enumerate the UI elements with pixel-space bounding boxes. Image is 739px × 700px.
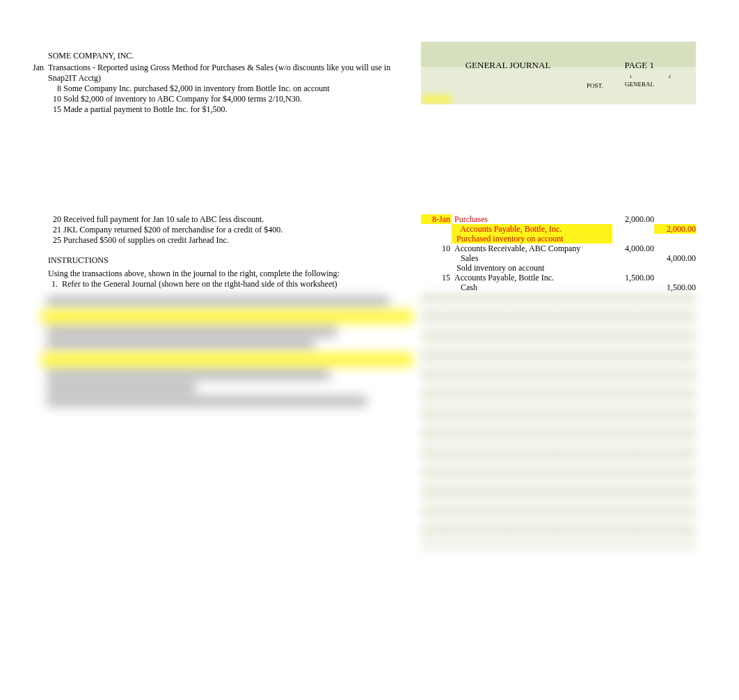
gj-title: GENERAL JOURNAL (421, 60, 595, 71)
journal-desc: Sales (452, 253, 612, 263)
transaction-text: Received full payment for Jan 10 sale to… (63, 214, 419, 225)
transaction-row: 25Purchased $500 of supplies on credit J… (33, 235, 419, 246)
transaction-text: Some Company Inc. purchased $2,000 in in… (63, 83, 419, 94)
journal-row: Cash1,500.00 (421, 283, 696, 292)
journal-credit: 2,000.00 (654, 224, 696, 234)
journal-credit: 1,500.00 (654, 283, 696, 292)
transaction-row: 21JKL Company returned $200 of merchandi… (33, 225, 419, 235)
journal-date: 10 (421, 244, 452, 253)
gj-page: PAGE 1 (624, 60, 654, 71)
transaction-text: Made a partial payment to Bottle Inc. fo… (63, 104, 419, 115)
general-journal-header: GENERAL JOURNAL PAGE 1 1 2 POST. GENERAL (421, 42, 696, 104)
transaction-day: 20 (48, 214, 63, 225)
blurred-instructions (47, 294, 419, 419)
journal-row: 15Accounts Payable, Bottle Inc.1,500.00 (421, 273, 696, 283)
journal-debit: 4,000.00 (612, 244, 654, 253)
transaction-text: Sold $2,000 of inventory to ABC Company … (63, 94, 419, 104)
journal-row: Sales4,000.00 (421, 253, 696, 263)
blurred-journal-continuation (421, 292, 696, 550)
journal-row: Purchased inventory on account (421, 234, 696, 244)
instructions-heading: INSTRUCTIONS (48, 255, 419, 266)
journal-debit: 2,000.00 (612, 214, 654, 224)
journal-debit: 1,500.00 (612, 273, 654, 283)
journal-row: Sold inventory on account (421, 263, 696, 273)
journal-desc: Sold inventory on account (452, 263, 612, 273)
transaction-row: 10Sold $2,000 of inventory to ABC Compan… (33, 94, 419, 104)
journal-desc: Cash (452, 283, 612, 292)
gj-post: POST. (587, 82, 603, 89)
journal-credit: 4,000.00 (654, 253, 696, 263)
journal-desc: Purchases (452, 214, 612, 224)
journal-date: 15 (421, 273, 452, 283)
journal-desc: Accounts Payable, Bottle, Inc. (452, 224, 612, 234)
journal-row: 10Accounts Receivable, ABC Company4,000.… (421, 244, 696, 253)
journal-date: 8-Jan (421, 214, 452, 224)
transaction-day: 21 (48, 225, 63, 235)
step-number: 1. (48, 279, 62, 289)
journal-desc: Purchased inventory on account (452, 234, 612, 244)
transactions-header: Transactions - Reported using Gross Meth… (48, 63, 419, 83)
transaction-day: 8 (48, 83, 63, 94)
transaction-day: 10 (48, 94, 63, 104)
gj-colnum-2: 2 (669, 74, 672, 79)
transaction-row: 20Received full payment for Jan 10 sale … (33, 214, 419, 225)
gj-colnum-1: 1 (630, 74, 633, 79)
journal-row: Accounts Payable, Bottle, Inc.2,000.00 (421, 224, 696, 234)
company-name: SOME COMPANY, INC. (48, 51, 419, 61)
gj-general: GENERAL (625, 81, 654, 88)
journal-desc: Accounts Payable, Bottle Inc. (452, 273, 612, 283)
journal-row: 8-JanPurchases2,000.00 (421, 214, 696, 224)
step-text: Refer to the General Journal (shown here… (62, 279, 337, 289)
month-label: Jan (33, 63, 48, 73)
transaction-row: 15Made a partial payment to Bottle Inc. … (33, 104, 419, 115)
transaction-day: 25 (48, 235, 63, 246)
transaction-text: Purchased $500 of supplies on credit Jar… (63, 235, 419, 246)
transaction-text: JKL Company returned $200 of merchandise… (63, 225, 419, 235)
journal-desc: Accounts Receivable, ABC Company (452, 244, 612, 253)
instructions-line: Using the transactions above, shown in t… (48, 269, 419, 279)
journal-entries: 8-JanPurchases2,000.00 Accounts Payable,… (421, 214, 696, 550)
transaction-row: 8Some Company Inc. purchased $2,000 in i… (33, 83, 419, 94)
transaction-day: 15 (48, 104, 63, 115)
